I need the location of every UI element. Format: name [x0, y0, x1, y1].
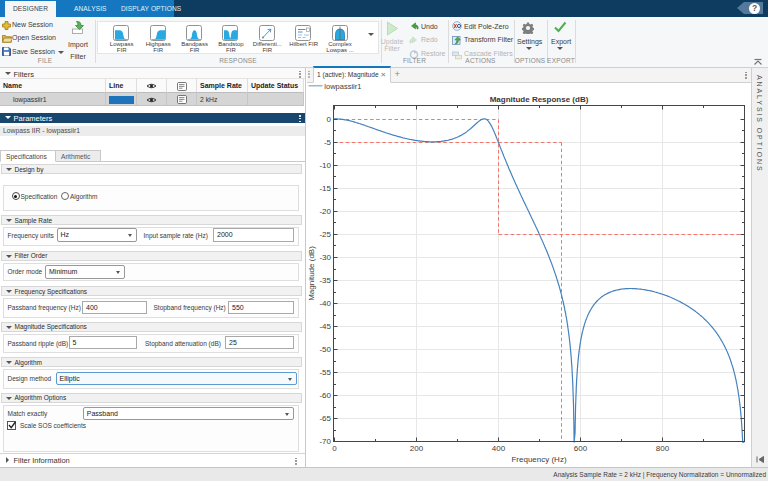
svg-text:-45: -45	[319, 322, 331, 331]
svg-text:Magnitude Response (dB): Magnitude Response (dB)	[490, 95, 589, 104]
svg-text:400: 400	[492, 444, 506, 453]
svg-text:200: 200	[410, 444, 424, 453]
svg-text:-10: -10	[319, 161, 331, 170]
svg-text:-30: -30	[319, 253, 331, 262]
svg-text:-50: -50	[319, 345, 331, 354]
svg-text:-20: -20	[319, 207, 331, 216]
svg-text:-40: -40	[319, 299, 331, 308]
svg-text:-25: -25	[319, 230, 331, 239]
svg-text:0: 0	[327, 115, 332, 124]
svg-text:-60: -60	[319, 391, 331, 400]
svg-text:-55: -55	[319, 368, 331, 377]
svg-text:lowpassiir1: lowpassiir1	[324, 82, 361, 91]
svg-text:Frequency (Hz): Frequency (Hz)	[511, 455, 566, 464]
svg-text:-70: -70	[319, 437, 331, 446]
svg-text:800: 800	[656, 444, 670, 453]
svg-text:Magnitude (dB): Magnitude (dB)	[307, 246, 316, 301]
svg-text:0: 0	[332, 444, 337, 453]
svg-text:-5: -5	[324, 138, 332, 147]
svg-text:-65: -65	[319, 414, 331, 423]
svg-text:-35: -35	[319, 276, 331, 285]
svg-text:600: 600	[574, 444, 588, 453]
svg-text:-15: -15	[319, 184, 331, 193]
